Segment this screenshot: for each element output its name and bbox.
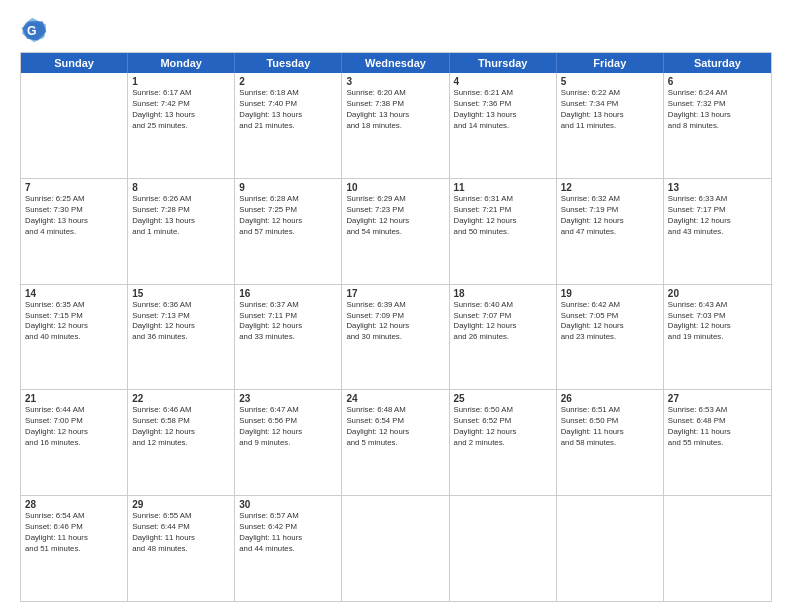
day-info: Sunrise: 6:53 AM Sunset: 6:48 PM Dayligh… <box>668 405 767 449</box>
calendar-week-row: 28Sunrise: 6:54 AM Sunset: 6:46 PM Dayli… <box>21 496 771 601</box>
day-info: Sunrise: 6:28 AM Sunset: 7:25 PM Dayligh… <box>239 194 337 238</box>
day-number: 11 <box>454 182 552 193</box>
day-number: 28 <box>25 499 123 510</box>
day-number: 10 <box>346 182 444 193</box>
day-info: Sunrise: 6:35 AM Sunset: 7:15 PM Dayligh… <box>25 300 123 344</box>
day-info: Sunrise: 6:44 AM Sunset: 7:00 PM Dayligh… <box>25 405 123 449</box>
calendar-header-cell: Sunday <box>21 53 128 73</box>
calendar-week-row: 1Sunrise: 6:17 AM Sunset: 7:42 PM Daylig… <box>21 73 771 179</box>
day-number: 22 <box>132 393 230 404</box>
calendar-day-cell: 1Sunrise: 6:17 AM Sunset: 7:42 PM Daylig… <box>128 73 235 178</box>
calendar-week-row: 7Sunrise: 6:25 AM Sunset: 7:30 PM Daylig… <box>21 179 771 285</box>
day-info: Sunrise: 6:17 AM Sunset: 7:42 PM Dayligh… <box>132 88 230 132</box>
calendar-day-cell: 29Sunrise: 6:55 AM Sunset: 6:44 PM Dayli… <box>128 496 235 601</box>
day-number: 17 <box>346 288 444 299</box>
calendar-day-cell: 14Sunrise: 6:35 AM Sunset: 7:15 PM Dayli… <box>21 285 128 390</box>
calendar-day-cell: 16Sunrise: 6:37 AM Sunset: 7:11 PM Dayli… <box>235 285 342 390</box>
day-info: Sunrise: 6:33 AM Sunset: 7:17 PM Dayligh… <box>668 194 767 238</box>
logo: G <box>20 16 52 44</box>
calendar-day-cell: 27Sunrise: 6:53 AM Sunset: 6:48 PM Dayli… <box>664 390 771 495</box>
calendar-day-cell: 28Sunrise: 6:54 AM Sunset: 6:46 PM Dayli… <box>21 496 128 601</box>
calendar-day-cell: 7Sunrise: 6:25 AM Sunset: 7:30 PM Daylig… <box>21 179 128 284</box>
day-info: Sunrise: 6:29 AM Sunset: 7:23 PM Dayligh… <box>346 194 444 238</box>
calendar-empty-cell <box>664 496 771 601</box>
calendar-header-row: SundayMondayTuesdayWednesdayThursdayFrid… <box>21 53 771 73</box>
calendar-week-row: 21Sunrise: 6:44 AM Sunset: 7:00 PM Dayli… <box>21 390 771 496</box>
day-info: Sunrise: 6:26 AM Sunset: 7:28 PM Dayligh… <box>132 194 230 238</box>
calendar-day-cell: 4Sunrise: 6:21 AM Sunset: 7:36 PM Daylig… <box>450 73 557 178</box>
day-info: Sunrise: 6:54 AM Sunset: 6:46 PM Dayligh… <box>25 511 123 555</box>
logo-icon: G <box>20 16 48 44</box>
day-number: 23 <box>239 393 337 404</box>
calendar-day-cell: 5Sunrise: 6:22 AM Sunset: 7:34 PM Daylig… <box>557 73 664 178</box>
day-info: Sunrise: 6:51 AM Sunset: 6:50 PM Dayligh… <box>561 405 659 449</box>
day-info: Sunrise: 6:40 AM Sunset: 7:07 PM Dayligh… <box>454 300 552 344</box>
day-number: 8 <box>132 182 230 193</box>
day-info: Sunrise: 6:22 AM Sunset: 7:34 PM Dayligh… <box>561 88 659 132</box>
day-number: 7 <box>25 182 123 193</box>
day-info: Sunrise: 6:24 AM Sunset: 7:32 PM Dayligh… <box>668 88 767 132</box>
calendar-header-cell: Wednesday <box>342 53 449 73</box>
calendar-day-cell: 23Sunrise: 6:47 AM Sunset: 6:56 PM Dayli… <box>235 390 342 495</box>
calendar-body: 1Sunrise: 6:17 AM Sunset: 7:42 PM Daylig… <box>21 73 771 601</box>
calendar-day-cell: 10Sunrise: 6:29 AM Sunset: 7:23 PM Dayli… <box>342 179 449 284</box>
day-number: 26 <box>561 393 659 404</box>
day-number: 20 <box>668 288 767 299</box>
calendar-day-cell: 21Sunrise: 6:44 AM Sunset: 7:00 PM Dayli… <box>21 390 128 495</box>
day-info: Sunrise: 6:43 AM Sunset: 7:03 PM Dayligh… <box>668 300 767 344</box>
day-number: 6 <box>668 76 767 87</box>
day-number: 2 <box>239 76 337 87</box>
svg-text:G: G <box>27 24 37 38</box>
calendar-day-cell: 6Sunrise: 6:24 AM Sunset: 7:32 PM Daylig… <box>664 73 771 178</box>
calendar-day-cell: 22Sunrise: 6:46 AM Sunset: 6:58 PM Dayli… <box>128 390 235 495</box>
day-number: 29 <box>132 499 230 510</box>
day-number: 1 <box>132 76 230 87</box>
day-info: Sunrise: 6:48 AM Sunset: 6:54 PM Dayligh… <box>346 405 444 449</box>
day-info: Sunrise: 6:47 AM Sunset: 6:56 PM Dayligh… <box>239 405 337 449</box>
day-info: Sunrise: 6:20 AM Sunset: 7:38 PM Dayligh… <box>346 88 444 132</box>
day-info: Sunrise: 6:50 AM Sunset: 6:52 PM Dayligh… <box>454 405 552 449</box>
day-info: Sunrise: 6:32 AM Sunset: 7:19 PM Dayligh… <box>561 194 659 238</box>
day-number: 27 <box>668 393 767 404</box>
calendar-day-cell: 13Sunrise: 6:33 AM Sunset: 7:17 PM Dayli… <box>664 179 771 284</box>
calendar-empty-cell <box>21 73 128 178</box>
day-number: 15 <box>132 288 230 299</box>
day-number: 21 <box>25 393 123 404</box>
day-info: Sunrise: 6:21 AM Sunset: 7:36 PM Dayligh… <box>454 88 552 132</box>
day-number: 24 <box>346 393 444 404</box>
calendar: SundayMondayTuesdayWednesdayThursdayFrid… <box>20 52 772 602</box>
calendar-day-cell: 24Sunrise: 6:48 AM Sunset: 6:54 PM Dayli… <box>342 390 449 495</box>
calendar-day-cell: 17Sunrise: 6:39 AM Sunset: 7:09 PM Dayli… <box>342 285 449 390</box>
calendar-week-row: 14Sunrise: 6:35 AM Sunset: 7:15 PM Dayli… <box>21 285 771 391</box>
calendar-day-cell: 19Sunrise: 6:42 AM Sunset: 7:05 PM Dayli… <box>557 285 664 390</box>
day-number: 16 <box>239 288 337 299</box>
day-number: 19 <box>561 288 659 299</box>
calendar-header-cell: Saturday <box>664 53 771 73</box>
day-number: 25 <box>454 393 552 404</box>
calendar-day-cell: 30Sunrise: 6:57 AM Sunset: 6:42 PM Dayli… <box>235 496 342 601</box>
day-info: Sunrise: 6:31 AM Sunset: 7:21 PM Dayligh… <box>454 194 552 238</box>
calendar-day-cell: 15Sunrise: 6:36 AM Sunset: 7:13 PM Dayli… <box>128 285 235 390</box>
calendar-empty-cell <box>557 496 664 601</box>
calendar-day-cell: 11Sunrise: 6:31 AM Sunset: 7:21 PM Dayli… <box>450 179 557 284</box>
calendar-empty-cell <box>450 496 557 601</box>
day-info: Sunrise: 6:37 AM Sunset: 7:11 PM Dayligh… <box>239 300 337 344</box>
day-number: 5 <box>561 76 659 87</box>
calendar-day-cell: 18Sunrise: 6:40 AM Sunset: 7:07 PM Dayli… <box>450 285 557 390</box>
day-number: 12 <box>561 182 659 193</box>
day-info: Sunrise: 6:46 AM Sunset: 6:58 PM Dayligh… <box>132 405 230 449</box>
day-number: 3 <box>346 76 444 87</box>
calendar-day-cell: 2Sunrise: 6:18 AM Sunset: 7:40 PM Daylig… <box>235 73 342 178</box>
calendar-day-cell: 20Sunrise: 6:43 AM Sunset: 7:03 PM Dayli… <box>664 285 771 390</box>
calendar-day-cell: 9Sunrise: 6:28 AM Sunset: 7:25 PM Daylig… <box>235 179 342 284</box>
day-number: 9 <box>239 182 337 193</box>
day-number: 30 <box>239 499 337 510</box>
calendar-empty-cell <box>342 496 449 601</box>
calendar-day-cell: 3Sunrise: 6:20 AM Sunset: 7:38 PM Daylig… <box>342 73 449 178</box>
day-number: 14 <box>25 288 123 299</box>
calendar-header-cell: Friday <box>557 53 664 73</box>
day-info: Sunrise: 6:36 AM Sunset: 7:13 PM Dayligh… <box>132 300 230 344</box>
day-info: Sunrise: 6:18 AM Sunset: 7:40 PM Dayligh… <box>239 88 337 132</box>
calendar-day-cell: 25Sunrise: 6:50 AM Sunset: 6:52 PM Dayli… <box>450 390 557 495</box>
calendar-day-cell: 8Sunrise: 6:26 AM Sunset: 7:28 PM Daylig… <box>128 179 235 284</box>
